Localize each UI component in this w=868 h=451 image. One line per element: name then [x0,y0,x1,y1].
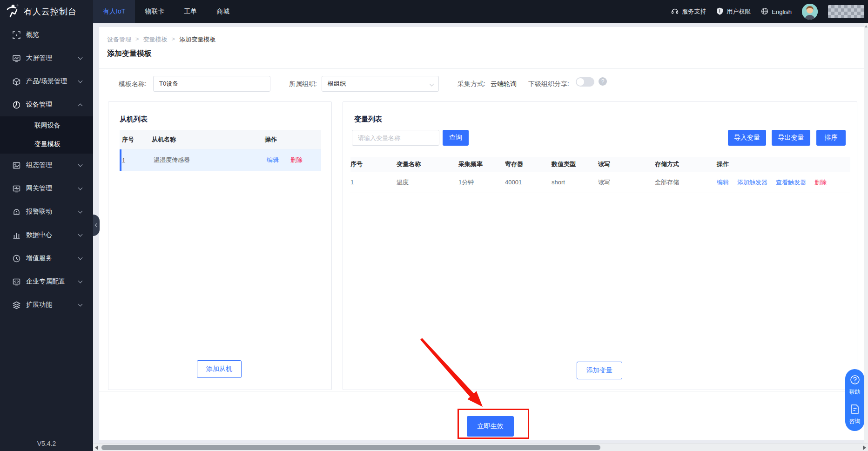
import-variable-button[interactable]: 导入变量 [728,130,766,146]
variable-panel-title: 变量列表 [354,115,382,124]
slave-panel-title: 从机列表 [120,115,148,124]
sort-button[interactable]: 排序 [816,130,846,146]
variable-delete-link[interactable]: 删除 [814,178,827,187]
share-toggle[interactable] [576,77,594,87]
clock-icon [13,255,20,263]
sidebar-item-data-center[interactable]: 数据中心 [0,223,93,247]
help-circle-icon[interactable] [850,375,860,387]
scroll-up-arrow[interactable] [865,25,868,27]
sidebar-item-product-scene-management[interactable]: 产品/场景管理 [0,70,93,93]
slave-index: 1 [121,157,154,164]
chevron-down-icon [78,79,83,83]
usr-runner-logo-icon [6,4,19,20]
chevron-down-icon [78,232,83,237]
add-trigger-link[interactable]: 添加触发器 [737,178,767,187]
slave-table-row[interactable]: 1 温湿度传感器 编辑 删除 [120,149,321,171]
chevron-down-icon [78,162,83,167]
sidebar-item-enterprise-config[interactable]: 企业专属配置 [0,270,93,293]
chevron-down-icon [78,279,83,283]
variable-index: 1 [350,179,397,186]
breadcrumb-item[interactable]: 设备管理 [107,35,131,44]
chevron-down-icon [78,256,83,260]
variable-datatype: short [552,179,598,186]
code-monitor-icon [13,278,20,286]
collect-mode-label: 采集方式: [458,80,485,88]
breadcrumb-separator: > [135,35,139,44]
tab-usr-iot[interactable]: 有人IoT [93,0,135,23]
slave-list-panel: 从机列表 序号 从机名称 操作 1 温湿度传感器 编辑 删除 添加从机 [108,101,332,390]
template-name-input[interactable] [153,76,270,92]
sidebar-submenu-device-management: 联网设备 变量模板 [0,116,93,154]
tab-work-order[interactable]: 工单 [174,0,207,23]
picture-icon [13,162,20,169]
toggle-knob [577,78,584,86]
sidebar-collapse-handle[interactable] [93,215,100,236]
variable-edit-link[interactable]: 编辑 [717,178,729,187]
scroll-right-arrow[interactable] [863,445,866,450]
user-permission-link[interactable]: 用户权限 [716,7,751,16]
globe-icon [761,7,768,16]
sidebar-item-value-added-services[interactable]: 增值服务 [0,247,93,270]
chevron-down-icon [430,82,434,87]
service-support-link[interactable]: 服务支持 [671,7,706,16]
org-label: 所属组织: [289,80,317,88]
chevron-down-icon [78,209,83,214]
sidebar-item-device-management[interactable]: 设备管理 [0,93,93,116]
slave-table-header: 序号 从机名称 操作 [120,130,321,149]
consult-button[interactable]: 咨询 [849,417,861,425]
horizontal-scrollbar[interactable] [93,443,868,451]
variable-table-header: 序号 变量名称 采集频率 寄存器 数值类型 读写 存储方式 操作 [350,157,850,172]
chevron-up-icon [78,104,83,108]
help-button[interactable]: 帮助 [849,388,861,396]
breadcrumb-item[interactable]: 变量模板 [143,35,168,44]
variable-register: 40001 [505,179,552,186]
sidebar-item-screen-management[interactable]: 大屏管理 [0,47,93,70]
sidebar-item-gateway-management[interactable]: 网关管理 [0,177,93,200]
username-blurred [828,5,864,18]
slave-name: 温湿度传感器 [154,156,267,164]
chevron-down-icon [78,55,83,60]
chevron-down-icon [78,302,83,307]
variable-readwrite: 读写 [598,178,655,187]
sidebar-item-overview[interactable]: 概览 [0,23,93,47]
slave-edit-link[interactable]: 编辑 [267,156,279,164]
add-slave-button[interactable]: 添加从机 [197,360,242,378]
template-name-label: 模板名称: [119,80,147,88]
topbar: 有人IoT 物联卡 工单 商城 服务支持 用户权限 [93,0,868,23]
breadcrumb-separator: > [172,35,175,44]
overview-icon [13,31,20,39]
divider [99,68,864,69]
language-switch[interactable]: English [761,7,792,16]
avatar[interactable] [802,4,818,20]
org-select[interactable]: 根组织 [322,76,439,92]
document-icon[interactable] [850,404,860,416]
layers-icon [13,301,20,309]
help-question-icon[interactable]: ? [599,77,607,86]
sidebar-item-connected-devices[interactable]: 联网设备 [0,116,93,135]
headset-icon [671,7,679,16]
main-content: 设备管理 > 变量模板 > 添加变量模板 添加变量模板 模板名称: 所属组织: … [99,27,864,440]
add-variable-button[interactable]: 添加变量 [577,362,622,379]
tab-mall[interactable]: 商城 [207,0,239,23]
tab-iot-card[interactable]: 物联卡 [135,0,174,23]
apply-now-button[interactable]: 立即生效 [467,416,514,437]
variable-table-row[interactable]: 1 温度 1分钟 40001 short 读写 全部存储 编辑 添加触发器 查看… [350,172,850,193]
sidebar-item-variable-template[interactable]: 变量模板 [0,135,93,154]
scroll-left-arrow[interactable] [95,445,98,450]
sidebar-item-scada-management[interactable]: 组态管理 [0,154,93,177]
logo: 有人云控制台 [0,0,93,23]
slave-delete-link[interactable]: 删除 [290,156,303,164]
scrollbar-thumb[interactable] [101,445,600,450]
variable-search-input[interactable] [352,130,439,146]
alarm-bell-icon [13,208,20,216]
sidebar-item-extended-functions[interactable]: 扩展功能 [0,293,93,316]
vertical-scrollbar[interactable] [864,23,868,443]
share-label: 下级组织分享: [528,80,569,88]
export-variable-button[interactable]: 导出变量 [772,130,810,146]
divider [99,391,864,391]
chevron-left-icon [95,223,99,227]
query-button[interactable]: 查询 [443,130,469,146]
floating-help-widget: 帮助 咨询 [845,369,864,431]
view-trigger-link[interactable]: 查看触发器 [776,178,806,187]
sidebar-item-alarm-linkage[interactable]: 报警联动 [0,200,93,223]
